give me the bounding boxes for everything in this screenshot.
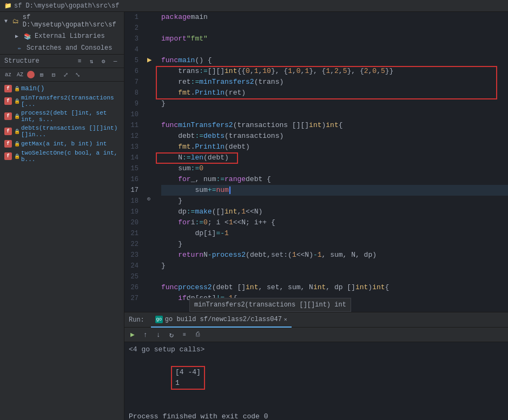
func-icon-f: f [4,128,12,135]
code-line-20: for i := 0; i < 1<<N; i++ { [161,217,508,228]
sidebar-item-project[interactable]: ▼ 🗂 sf D:\mysetup\gopath\src\sf [0,12,124,30]
structure-func-twoselectone[interactable]: f 🔒 twoSelectOne(c bool, a int, b... [0,149,124,164]
console-output: <4 go setup calls> [4 -4]1 Process finis… [124,342,508,420]
code-line-12: debt := debts(transactions) [161,131,508,142]
run-tab[interactable]: go go build sf/newclass2/class047 ✕ [151,312,292,328]
arrow-down-icon: ▼ [4,18,10,24]
collapse-all-btn[interactable]: ⤡ [72,70,82,79]
line-number: 27 [124,293,142,304]
line-number: 26 [124,282,142,293]
code-line-15: sum := 0 [161,163,508,174]
code-line-5: func main() { [161,55,508,66]
line-number: 12 [124,131,142,142]
scroll-down-button[interactable]: ↓ [153,329,164,341]
structure-func-mintransfers[interactable]: f 🔒 minTransfers2(transactions [... [0,94,124,109]
line-number: 25 [124,271,142,282]
code-content: 1 2 3 4 5 6 7 8 9 10 11 12 13 14 15 16 1 [124,12,508,312]
code-line-17: sum += num [161,185,508,196]
code-line-6: trans := [][]int{{0, 1, 10}, {1, 0, 1}, … [161,66,508,77]
code-line-2 [161,23,508,34]
code-line-16: for _, num := range debt { [161,174,508,185]
expand-btn[interactable]: ⊞ [37,70,47,79]
code-line-25 [161,271,508,282]
line-number: 2 [124,23,142,34]
lock-icon: 🔒 [14,98,20,104]
arrow-right-icon: ▶ [15,33,22,39]
code-line-23: return N - process2(debt, set: (1<<N)-1,… [161,250,508,261]
rerun-button[interactable]: ↻ [166,329,177,341]
filter-btn[interactable] [27,71,35,78]
console-toolbar: ▶ ↑ ↓ ↻ ≡ ⎙ [124,328,508,342]
line-number: 10 [124,109,142,120]
line-number: 3 [124,34,142,44]
console-line-setup: <4 go setup calls> [129,344,504,355]
structure-title: Structure [4,57,72,65]
func-icon-f: f [4,140,12,148]
wrap-button[interactable]: ≡ [179,329,190,341]
line-number: 19 [124,206,142,217]
code-editor: 1 2 3 4 5 6 7 8 9 10 11 12 13 14 15 16 1 [124,12,508,312]
line-number: 1 [124,12,142,23]
structure-toolbar: az AZ ⊞ ⊟ ⤢ ⤡ [0,68,124,82]
line-number: 6 [124,66,142,77]
line-number: 22 [124,239,142,250]
lock-icon: 🔒 [14,154,20,159]
sidebar-project: ▼ 🗂 sf D:\mysetup\gopath\src\sf ▶ 📚 Exte… [0,12,124,54]
line-number: 20 [124,217,142,228]
autocomplete-tooltip: minTransfers2(transactions [][]int) int [189,298,351,312]
code-line-4 [161,44,508,55]
code-line-24: } [161,261,508,271]
folder-icon: 📁 [4,2,12,9]
code-line-22: } [161,239,508,250]
line-number: 15 [124,163,142,174]
code-line-8: fmt.Println(ret) [161,88,508,98]
structure-settings-icon[interactable]: ⚙ [99,57,108,65]
code-line-9: } [161,98,508,109]
scratches-icon: ✏️ [15,44,24,52]
library-icon: 📚 [23,32,32,41]
tab-close-icon[interactable]: ✕ [284,316,287,323]
func-name: debts(transactions [][]int) []in... [21,125,120,138]
line-number: 21 [124,228,142,239]
code-line-1: package main [161,12,508,23]
breakpoint-icon: ⊙ [147,196,150,202]
sort-alpha-btn[interactable]: az [3,70,13,79]
func-icon-f: f [4,97,12,105]
line-number: 11 [124,120,142,131]
structure-panel: Structure ≡ ⇅ ⚙ — az AZ ⊞ ⊟ ⤢ ⤡ f 🔒 main… [0,54,124,420]
console-line-output1: [4 -4]1 [129,355,504,401]
structure-func-debts[interactable]: f 🔒 debts(transactions [][]int) []in... [0,124,124,139]
sidebar-item-scratches[interactable]: ✏️ Scratches and Consoles [0,42,124,54]
lock-icon: 🔒 [14,129,20,135]
structure-func-getmax[interactable]: f 🔒 getMax(a int, b int) int [0,139,124,149]
tooltip-text: minTransfers2(transactions [][]int) int [194,301,346,309]
print-button[interactable]: ⎙ [192,329,203,341]
sort-type-btn[interactable]: AZ [15,70,25,79]
lock-icon: 🔒 [14,114,20,119]
sidebar-item-external[interactable]: ▶ 📚 External Libraries [0,30,124,42]
structure-sort-icon[interactable]: ⇅ [87,57,96,65]
structure-close-icon[interactable]: — [111,57,120,65]
scroll-up-button[interactable]: ↑ [140,329,151,341]
top-bar-title: sf D:\mysetup\gopath\src\sf [14,2,119,10]
collapse-btn[interactable]: ⊟ [49,70,58,79]
line-number: 9 [124,98,142,109]
scratches-label: Scratches and Consoles [27,44,112,52]
lock-icon: 🔒 [14,141,20,147]
code-line-3: import "fmt" [161,34,508,44]
code-lines[interactable]: package main import "fmt" func main() { [157,12,508,312]
code-line-7: ret := minTransfers2(trans) [161,77,508,88]
structure-func-process2[interactable]: f 🔒 process2(debt []int, set int, s... [0,109,124,124]
code-line-14: N := len(debt) [161,152,508,163]
expand-all-btn[interactable]: ⤢ [61,70,70,79]
go-build-icon: go [155,316,163,323]
structure-equals-icon[interactable]: ≡ [75,57,84,65]
func-name: twoSelectOne(c bool, a int, b... [21,150,120,163]
console-line-exit: Process finished with exit code 0 [129,411,504,420]
play-button[interactable]: ▶ [127,329,138,341]
func-name: getMax(a int, b int) int [21,141,107,147]
line-number: 7 [124,77,142,88]
func-name: process2(debt []int, set int, s... [21,110,120,123]
structure-func-main[interactable]: f 🔒 main() [0,84,124,94]
code-line-13: fmt.Println(debt) [161,142,508,152]
